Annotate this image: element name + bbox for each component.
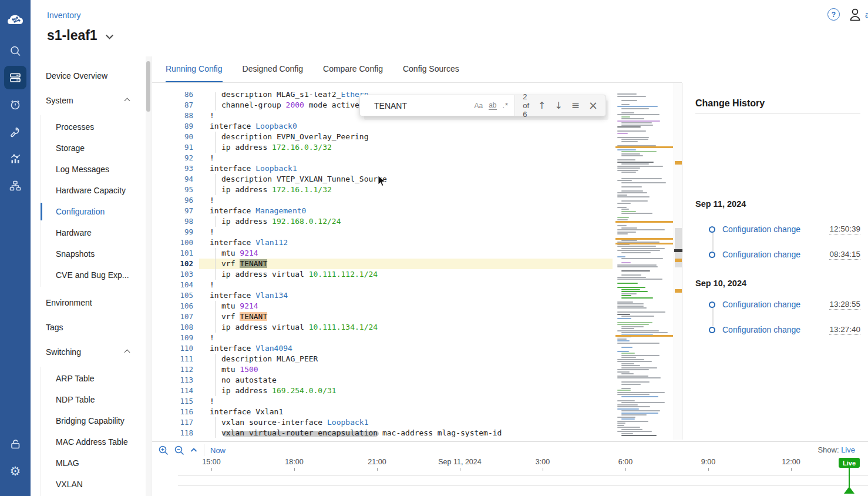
configuration-change-link[interactable]: Configuration change [722,300,829,309]
sidebar-item-system[interactable]: System [31,88,152,113]
sidebar-scrollbar[interactable] [146,56,151,496]
vertical-scrollbar[interactable] [674,83,682,440]
code-token: interface [210,122,255,130]
indent-guide [215,100,221,110]
search-icon[interactable] [0,45,31,58]
timeline-tick-label: 6:00 [618,458,633,466]
code-text: ! [199,280,613,290]
code-token: mtu [221,301,240,310]
live-badge[interactable]: Live [839,458,860,468]
line-number: 115 [152,396,199,407]
device-sidebar: Device OverviewSystemProcessesStorageLog… [31,56,152,496]
sidebar-item-environment[interactable]: Environment [31,290,152,315]
code-text: interface Vlan134 [199,290,613,301]
next-match-icon[interactable]: ↓ [554,101,562,110]
change-dot-icon [709,301,715,308]
sidebar-item-label: System [46,96,73,105]
sidebar-item-device-overview[interactable]: Device Overview [31,63,152,88]
sidebar-item-vxlan[interactable]: VXLAN [41,474,152,495]
sidebar-item-mac-address-table[interactable]: MAC Address Table [41,431,152,453]
sidebar-item-hardware-capacity[interactable]: Hardware Capacity [41,180,152,201]
breadcrumb[interactable]: Inventory [47,11,81,20]
user-menu[interactable]: arista [848,7,868,22]
sidebar-item-log-messages[interactable]: Log Messages [41,159,152,180]
running-config-editor[interactable]: 86description MLAG_s1-leaf2_Ethern87chan… [152,83,682,440]
sidebar-item-snapshots[interactable]: Snapshots [41,243,152,264]
sidebar-item-ndp-table[interactable]: NDP Table [41,389,152,410]
code-line: 112mtu 1500 [152,364,613,375]
code-text: description EVPN_Overlay_Peering [199,132,613,142]
filter-lines-icon[interactable]: ≡ [571,100,580,110]
change-time[interactable]: 13:27:40 [829,325,860,335]
close-find-icon[interactable]: × [588,100,598,111]
zoom-out-icon[interactable] [174,445,185,456]
tab-running-config[interactable]: Running Config [166,64,223,82]
line-number: 95 [152,185,199,195]
sidebar-item-tags[interactable]: Tags [31,315,152,340]
change-time[interactable]: 13:28:55 [829,300,860,310]
minimap-line [617,359,644,360]
metrics-icon[interactable] [0,152,31,165]
minimap-change-marker [615,335,673,337]
live-playhead-marker[interactable] [844,487,854,494]
device-title-dropdown[interactable]: s1-leaf1 [47,28,112,43]
match-case-icon[interactable]: Aa [474,102,483,110]
minimap-line [617,330,659,331]
topology-icon[interactable] [0,179,31,192]
devices-icon[interactable] [0,71,31,84]
events-icon[interactable] [0,98,31,111]
minimap-line [621,141,638,142]
now-link[interactable]: Now [210,446,226,455]
code-text: interface Loopback1 [199,163,613,174]
code-line: 109! [152,333,613,343]
tab-designed-config[interactable]: Designed Config [243,64,304,82]
sidebar-item-configuration[interactable]: Configuration [41,201,152,222]
change-time[interactable]: 08:34:15 [829,250,860,260]
minimap-line [617,246,656,247]
zoom-in-icon[interactable] [158,445,169,456]
code-minimap[interactable] [615,92,673,438]
cloudvision-logo-icon[interactable] [0,9,31,31]
sidebar-item-processes[interactable]: Processes [41,116,152,138]
whole-word-icon[interactable]: ab [489,101,496,110]
change-history-entry: Configuration change12:50:39 [695,224,860,234]
configuration-change-link[interactable]: Configuration change [722,250,829,259]
code-text: interface Management0 [199,206,613,216]
timeline-lane-line [178,475,868,476]
sidebar-item-arp-table[interactable]: ARP Table [41,368,152,389]
sidebar-item-storage[interactable]: Storage [41,138,152,159]
cluster-lock-icon[interactable] [0,437,31,450]
minimap-line [617,417,635,418]
sidebar-item-hardware[interactable]: Hardware [41,222,152,243]
change-history-connector [712,308,714,326]
sidebar-item-cve-and-bug-exp-[interactable]: CVE and Bug Exp... [41,264,152,286]
help-icon[interactable]: ? [827,8,840,21]
provisioning-icon[interactable] [0,125,31,138]
sidebar-scrollbar-thumb[interactable] [146,61,150,112]
regex-icon[interactable]: .* [503,101,509,110]
minimap-line [621,155,643,156]
code-text: ip address virtual 10.111.112.1/24 [199,269,613,280]
minimap-line [621,381,650,383]
tab-config-sources[interactable]: Config Sources [403,64,459,82]
minimap-line [617,130,646,132]
code-viewport: 86description MLAG_s1-leaf2_Ethern87chan… [152,92,613,438]
configuration-change-link[interactable]: Configuration change [722,325,829,334]
collapse-timeline-icon[interactable] [190,446,198,454]
sidebar-item-switching[interactable]: Switching [31,340,152,364]
code-token: vxlan virtual-router encapsulation mac-a… [221,428,502,437]
sidebar-item-mlag[interactable]: MLAG [41,453,152,474]
minimap-line [621,353,635,354]
sidebar-item-bridging-capability[interactable]: Bridging Capability [41,410,152,431]
code-token: mtu [221,365,240,374]
configuration-change-link[interactable]: Configuration change [722,224,829,234]
find-input[interactable]: TENANT Aa ab .* [360,95,515,116]
settings-gear-icon[interactable]: ⚙ [0,465,31,478]
tab-compare-config[interactable]: Compare Config [323,64,383,82]
show-mode: Show: Live [817,445,855,454]
previous-match-icon[interactable]: ↑ [538,101,546,110]
sidebar-item-label: Environment [46,298,92,307]
code-token: Loopback1 [327,418,368,427]
change-time[interactable]: 12:50:39 [829,224,860,234]
show-live-link[interactable]: Live [841,445,855,454]
